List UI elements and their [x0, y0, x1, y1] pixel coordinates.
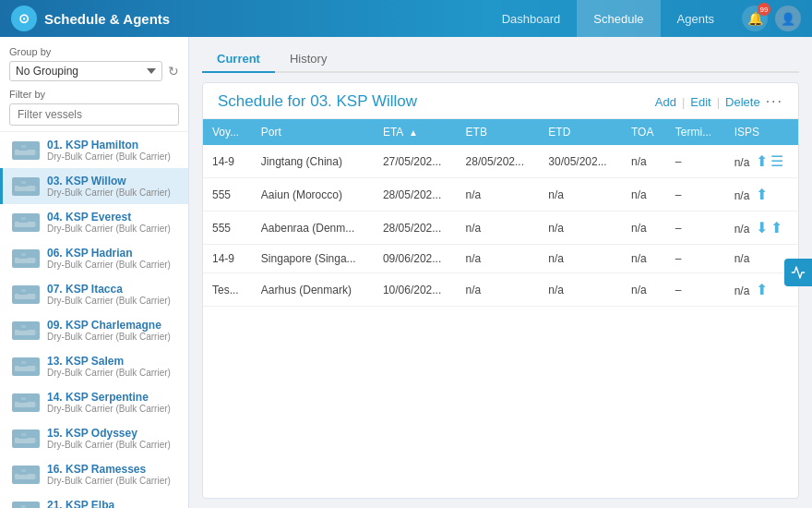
- vessel-item-07[interactable]: 07. KSP Itacca Dry-Bulk Carrier (Bulk Ca…: [0, 276, 188, 312]
- table-scroll: Voy... Port ETA ▲ ETB ETD TOA Termi... I…: [203, 119, 798, 498]
- cell-voy: 14-9: [203, 145, 252, 178]
- col-etd: ETD: [539, 119, 622, 145]
- main-layout: Group by No Grouping By Type By Flag ↻ F…: [0, 37, 812, 508]
- tab-current[interactable]: Current: [202, 46, 275, 73]
- vessel-info: 01. KSP Hamilton Dry-Bulk Carrier (Bulk …: [47, 139, 179, 162]
- vessel-thumbnail: [12, 429, 40, 448]
- table-row: 555 Aabenraa (Denm... 28/05/202... n/a n…: [203, 212, 798, 245]
- sidebar-controls: Group by No Grouping By Type By Flag ↻ F…: [0, 37, 188, 132]
- group-by-label: Group by: [9, 46, 179, 57]
- download-icon[interactable]: ⬇: [756, 219, 768, 236]
- vessel-thumbnail: [12, 466, 40, 484]
- table-row: 14-9 Singapore (Singa... 09/06/202... n/…: [203, 245, 798, 273]
- vessel-type: Dry-Bulk Carrier (Bulk Carrier): [47, 440, 179, 450]
- upload-icon[interactable]: ⬆: [756, 152, 768, 170]
- schedule-panel: Schedule for 03. KSP Willow Add | Edit |…: [202, 82, 799, 499]
- nav-links: Dashboard Schedule Agents: [485, 0, 731, 37]
- vessel-thumbnail: [12, 141, 40, 160]
- vessel-item-04[interactable]: 04. KSP Everest Dry-Bulk Carrier (Bulk C…: [0, 204, 188, 240]
- vessel-thumb-icon: [14, 215, 38, 230]
- vessel-thumbnail: [12, 285, 40, 304]
- main-content: Current History Schedule for 03. KSP Wil…: [189, 37, 812, 508]
- vessel-thumb-icon: [14, 143, 38, 158]
- vessel-item-13[interactable]: 13. KSP Salem Dry-Bulk Carrier (Bulk Car…: [0, 348, 188, 384]
- app-title: Schedule & Agents: [44, 11, 170, 27]
- svg-rect-18: [21, 289, 26, 292]
- vessel-info: 13. KSP Salem Dry-Bulk Carrier (Bulk Car…: [47, 355, 179, 378]
- vessel-info: 14. KSP Serpentine Dry-Bulk Carrier (Bul…: [47, 391, 179, 414]
- vessel-type: Dry-Bulk Carrier (Bulk Carrier): [47, 296, 179, 306]
- float-activity-button[interactable]: [784, 259, 812, 286]
- notification-button[interactable]: 🔔 99: [742, 6, 768, 31]
- list-icon[interactable]: ☰: [770, 152, 783, 170]
- svg-marker-3: [35, 150, 38, 155]
- nav-agents[interactable]: Agents: [661, 0, 731, 37]
- vessel-type: Dry-Bulk Carrier (Bulk Carrier): [47, 332, 179, 342]
- vessel-item-03[interactable]: 03. KSP Willow Dry-Bulk Carrier (Bulk Ca…: [0, 168, 188, 204]
- more-actions-button[interactable]: ···: [766, 93, 783, 110]
- svg-marker-39: [35, 474, 38, 479]
- svg-rect-42: [21, 505, 26, 508]
- vessel-item-15[interactable]: 15. KSP Odyssey Dry-Bulk Carrier (Bulk C…: [0, 420, 188, 456]
- col-toa: TOA: [622, 119, 666, 145]
- cell-etb: n/a: [457, 245, 540, 273]
- cell-eta: 28/05/202...: [374, 212, 457, 245]
- vessel-thumb-icon: [14, 431, 38, 446]
- svg-rect-22: [21, 325, 26, 328]
- vessel-info: 16. KSP Ramesses Dry-Bulk Carrier (Bulk …: [47, 463, 179, 486]
- nav-dashboard[interactable]: Dashboard: [485, 0, 578, 37]
- cell-toa: n/a: [622, 178, 666, 212]
- vessel-item-14[interactable]: 14. KSP Serpentine Dry-Bulk Carrier (Bul…: [0, 384, 188, 420]
- filter-by-label: Filter by: [9, 89, 179, 100]
- vessel-thumbnail: [12, 213, 40, 232]
- vessel-item-21[interactable]: 21. KSP Elba Dry-Bulk Carrier (Bulk Carr…: [0, 492, 188, 508]
- filter-input[interactable]: [9, 103, 179, 126]
- cell-voy: 555: [203, 178, 252, 212]
- table-row: Tes... Aarhus (Denmark) 10/06/202... n/a…: [203, 273, 798, 307]
- vessel-item-16[interactable]: 16. KSP Ramesses Dry-Bulk Carrier (Bulk …: [0, 456, 188, 492]
- avatar[interactable]: 👤: [775, 6, 801, 31]
- vessel-info: 06. KSP Hadrian Dry-Bulk Carrier (Bulk C…: [47, 247, 179, 270]
- top-navigation: ⊙ Schedule & Agents Dashboard Schedule A…: [0, 0, 812, 37]
- vessel-item-01[interactable]: 01. KSP Hamilton Dry-Bulk Carrier (Bulk …: [0, 132, 188, 168]
- upload-icon[interactable]: ⬆: [770, 219, 782, 236]
- vessel-thumb-icon: [14, 251, 38, 266]
- svg-marker-27: [35, 366, 38, 371]
- vessel-name: 07. KSP Itacca: [47, 283, 179, 296]
- vessel-type: Dry-Bulk Carrier (Bulk Carrier): [47, 368, 179, 378]
- cell-toa: n/a: [622, 145, 666, 178]
- schedule-table: Voy... Port ETA ▲ ETB ETD TOA Termi... I…: [203, 119, 798, 307]
- edit-button[interactable]: Edit: [690, 95, 710, 109]
- group-by-select[interactable]: No Grouping By Type By Flag: [9, 61, 162, 81]
- vessel-thumbnail: [12, 177, 40, 196]
- cell-eta: 27/05/202...: [374, 145, 457, 178]
- vessel-info: 21. KSP Elba Dry-Bulk Carrier (Bulk Carr…: [47, 499, 179, 508]
- table-row: 14-9 Jingtang (China) 27/05/202... 28/05…: [203, 145, 798, 178]
- sidebar: Group by No Grouping By Type By Flag ↻ F…: [0, 37, 189, 508]
- refresh-button[interactable]: ↻: [168, 64, 179, 79]
- vessel-thumb-icon: [14, 395, 38, 410]
- cell-eta: 28/05/202...: [374, 178, 457, 212]
- cell-port: Aarhus (Denmark): [252, 273, 374, 307]
- vessel-name: 06. KSP Hadrian: [47, 247, 179, 260]
- vessel-name: 13. KSP Salem: [47, 355, 179, 368]
- svg-rect-26: [21, 361, 26, 364]
- cell-etb: n/a: [457, 178, 540, 212]
- cell-etb: n/a: [457, 212, 540, 245]
- tab-history[interactable]: History: [275, 46, 341, 73]
- cell-toa: n/a: [622, 245, 666, 273]
- upload-icon[interactable]: ⬆: [756, 281, 768, 298]
- cell-etd: n/a: [539, 245, 622, 273]
- cell-port: Singapore (Singa...: [252, 245, 374, 273]
- vessel-thumb-icon: [14, 503, 38, 509]
- vessel-item-09[interactable]: 09. KSP Charlemagne Dry-Bulk Carrier (Bu…: [0, 312, 188, 348]
- delete-button[interactable]: Delete: [725, 95, 760, 109]
- col-termi: Termi...: [666, 119, 725, 145]
- cell-etd: n/a: [539, 273, 622, 307]
- col-eta[interactable]: ETA ▲: [374, 119, 457, 145]
- nav-schedule[interactable]: Schedule: [577, 0, 660, 37]
- upload-icon[interactable]: ⬆: [756, 186, 768, 203]
- add-button[interactable]: Add: [655, 95, 676, 109]
- cell-termi: –: [666, 178, 725, 212]
- vessel-item-06[interactable]: 06. KSP Hadrian Dry-Bulk Carrier (Bulk C…: [0, 240, 188, 276]
